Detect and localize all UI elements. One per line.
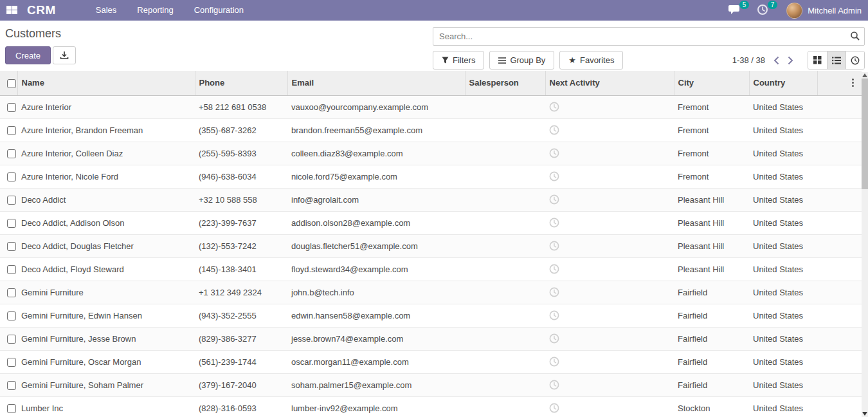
cell-city[interactable]: Fremont — [674, 142, 749, 165]
user-menu[interactable]: Mitchell Admin — [786, 3, 862, 19]
next-activity-clock-icon[interactable] — [549, 357, 559, 367]
next-activity-clock-icon[interactable] — [549, 333, 559, 344]
cell-country[interactable]: United States — [749, 165, 817, 188]
cell-country[interactable]: United States — [749, 396, 817, 417]
cell-name[interactable]: Azure Interior, Colleen Diaz — [17, 142, 195, 165]
next-activity-clock-icon[interactable] — [549, 148, 559, 158]
table-row[interactable]: Lumber Inc (828)-316-0593 lumber-inv92@e… — [0, 396, 862, 417]
cell-city[interactable]: Fairfield — [674, 373, 749, 396]
cell-email[interactable]: vauxoo@yourcompany.example.com — [287, 95, 465, 118]
filters-button[interactable]: Filters — [433, 51, 484, 70]
cell-next-activity[interactable] — [545, 165, 674, 188]
table-row[interactable]: Deco Addict, Addison Olson (223)-399-763… — [0, 211, 862, 234]
cell-email[interactable]: addison.olson28@example.com — [287, 211, 465, 234]
table-row[interactable]: Deco Addict, Douglas Fletcher (132)-553-… — [0, 234, 862, 257]
cell-next-activity[interactable] — [545, 142, 674, 165]
table-row[interactable]: Azure Interior, Brandon Freeman (355)-68… — [0, 118, 862, 142]
cell-salesperson[interactable] — [465, 281, 545, 304]
cell-phone[interactable]: (223)-399-7637 — [195, 211, 287, 234]
apps-menu-icon[interactable] — [6, 6, 17, 15]
cell-phone[interactable]: (828)-316-0593 — [195, 396, 287, 417]
cell-city[interactable]: Fremont — [674, 165, 749, 188]
row-checkbox[interactable] — [7, 196, 16, 205]
cell-name[interactable]: Azure Interior — [17, 95, 195, 118]
row-checkbox[interactable] — [7, 265, 16, 274]
row-checkbox[interactable] — [7, 311, 16, 320]
cell-salesperson[interactable] — [465, 396, 545, 417]
optional-columns-toggle-icon[interactable] — [848, 77, 858, 89]
column-header-phone[interactable]: Phone — [195, 71, 287, 95]
cell-next-activity[interactable] — [545, 304, 674, 327]
row-checkbox[interactable] — [7, 242, 16, 251]
cell-next-activity[interactable] — [545, 211, 674, 234]
activity-view-button[interactable] — [845, 51, 864, 69]
cell-salesperson[interactable] — [465, 257, 545, 281]
row-checkbox[interactable] — [7, 172, 16, 181]
table-row[interactable]: Azure Interior, Colleen Diaz (255)-595-8… — [0, 142, 862, 165]
table-row[interactable]: Azure Interior +58 212 681 0538 vauxoo@y… — [0, 95, 862, 118]
cell-phone[interactable]: (145)-138-3401 — [195, 257, 287, 281]
next-activity-clock-icon[interactable] — [549, 171, 559, 181]
column-header-country[interactable]: Country — [749, 71, 817, 95]
next-activity-clock-icon[interactable] — [549, 218, 559, 228]
cell-email[interactable]: brandon.freeman55@example.com — [287, 118, 465, 142]
cell-salesperson[interactable] — [465, 373, 545, 396]
cell-name[interactable]: Deco Addict — [17, 188, 195, 211]
group-by-button[interactable]: Group By — [489, 51, 554, 70]
cell-next-activity[interactable] — [545, 281, 674, 304]
cell-city[interactable]: Pleasant Hill — [674, 211, 749, 234]
table-row[interactable]: Gemini Furniture +1 312 349 2324 john.b@… — [0, 281, 862, 304]
row-checkbox[interactable] — [7, 219, 16, 228]
next-activity-clock-icon[interactable] — [549, 403, 559, 413]
search-input[interactable] — [433, 27, 865, 46]
cell-city[interactable]: Fairfield — [674, 327, 749, 350]
cell-name[interactable]: Gemini Furniture, Jesse Brown — [17, 327, 195, 350]
table-row[interactable]: Deco Addict +32 10 588 558 info@agrolait… — [0, 188, 862, 211]
cell-next-activity[interactable] — [545, 95, 674, 118]
cell-phone[interactable]: (946)-638-6034 — [195, 165, 287, 188]
cell-next-activity[interactable] — [545, 327, 674, 350]
cell-name[interactable]: Gemini Furniture, Soham Palmer — [17, 373, 195, 396]
cell-email[interactable]: soham.palmer15@example.com — [287, 373, 465, 396]
next-activity-clock-icon[interactable] — [549, 380, 559, 390]
cell-name[interactable]: Azure Interior, Nicole Ford — [17, 165, 195, 188]
menu-configuration[interactable]: Configuration — [185, 0, 253, 21]
pager-next-icon[interactable] — [788, 56, 793, 65]
app-brand[interactable]: CRM — [27, 3, 56, 17]
column-header-email[interactable]: Email — [287, 71, 465, 95]
row-checkbox[interactable] — [7, 149, 16, 158]
list-view-button[interactable] — [827, 51, 845, 69]
cell-phone[interactable]: (943)-352-2555 — [195, 304, 287, 327]
cell-salesperson[interactable] — [465, 234, 545, 257]
cell-name[interactable]: Gemini Furniture, Edwin Hansen — [17, 304, 195, 327]
cell-email[interactable]: info@agrolait.com — [287, 188, 465, 211]
create-button[interactable]: Create — [5, 46, 51, 64]
cell-city[interactable]: Pleasant Hill — [674, 188, 749, 211]
next-activity-clock-icon[interactable] — [549, 102, 559, 112]
cell-country[interactable]: United States — [749, 211, 817, 234]
cell-phone[interactable]: (379)-167-2040 — [195, 373, 287, 396]
cell-salesperson[interactable] — [465, 211, 545, 234]
cell-country[interactable]: United States — [749, 257, 817, 281]
cell-phone[interactable]: +32 10 588 558 — [195, 188, 287, 211]
cell-name[interactable]: Azure Interior, Brandon Freeman — [17, 118, 195, 142]
cell-country[interactable]: United States — [749, 142, 817, 165]
cell-city[interactable]: Fremont — [674, 95, 749, 118]
favorites-button[interactable]: ★ Favorites — [559, 51, 623, 70]
cell-city[interactable]: Fairfield — [674, 350, 749, 373]
cell-country[interactable]: United States — [749, 373, 817, 396]
row-checkbox[interactable] — [7, 358, 16, 367]
cell-country[interactable]: United States — [749, 281, 817, 304]
cell-name[interactable]: Gemini Furniture, Oscar Morgan — [17, 350, 195, 373]
cell-salesperson[interactable] — [465, 95, 545, 118]
cell-phone[interactable]: (355)-687-3262 — [195, 118, 287, 142]
messages-button[interactable]: 5 — [728, 4, 741, 17]
column-header-salesperson[interactable]: Salesperson — [465, 71, 545, 95]
next-activity-clock-icon[interactable] — [549, 264, 559, 274]
row-checkbox[interactable] — [7, 288, 16, 297]
row-checkbox[interactable] — [7, 335, 16, 344]
column-header-next-activity[interactable]: Next Activity — [545, 71, 674, 95]
table-row[interactable]: Deco Addict, Floyd Steward (145)-138-340… — [0, 257, 862, 281]
cell-email[interactable]: oscar.morgan11@example.com — [287, 350, 465, 373]
row-checkbox[interactable] — [7, 381, 16, 390]
